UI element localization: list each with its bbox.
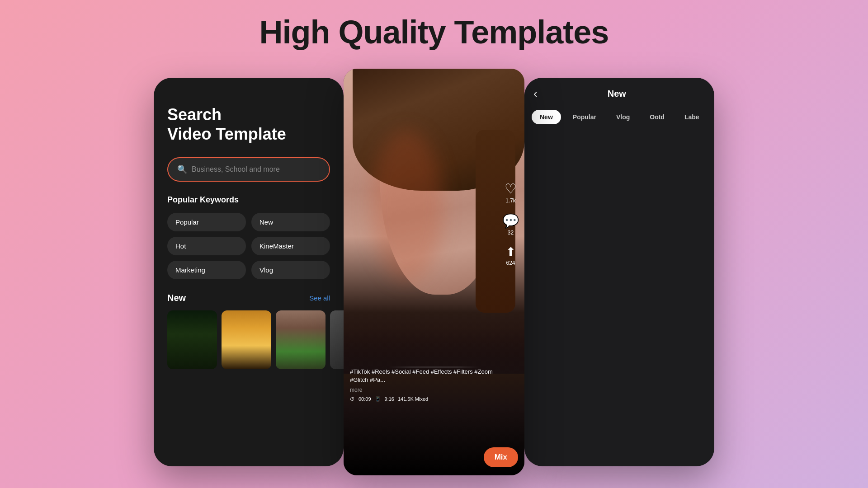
phone-video: #TikTok #Reels #Social #Feed #Effects #F…	[344, 69, 524, 475]
video-person-area	[344, 69, 524, 374]
heart-icon: ♡	[505, 181, 517, 197]
phone1-content: SearchVideo Template 🔍 Business, School …	[154, 78, 344, 383]
keyword-hot[interactable]: Hot	[167, 237, 246, 255]
phones-container: SearchVideo Template 🔍 Business, School …	[0, 69, 868, 475]
tab-new[interactable]: New	[532, 110, 561, 124]
thumb-4[interactable]	[330, 310, 344, 369]
mix-button[interactable]: Mix	[484, 447, 518, 467]
clock-icon: ⏱	[350, 396, 355, 402]
thumb-1[interactable]	[167, 310, 217, 369]
share-action[interactable]: ⬆ 624	[506, 245, 516, 266]
popular-keywords-label: Popular Keywords	[167, 195, 330, 205]
tab-vlog[interactable]: Vlog	[608, 110, 638, 124]
keyword-grid: Popular New Hot KineMaster Marketing Vlo…	[167, 213, 330, 279]
thumb-3[interactable]	[276, 310, 326, 369]
phone-gallery: ‹ New New Popular Vlog Ootd Labe	[524, 78, 714, 466]
share-count: 624	[506, 260, 515, 266]
keyword-new[interactable]: New	[251, 213, 330, 231]
video-aspect: 9:16	[385, 396, 394, 402]
phone3-title: New	[542, 89, 692, 99]
thumbnail-row	[167, 310, 330, 369]
comment-count: 32	[508, 230, 514, 236]
search-title: SearchVideo Template	[167, 105, 330, 144]
keyword-marketing[interactable]: Marketing	[167, 261, 246, 279]
like-count: 1.7k	[505, 197, 516, 204]
see-all-link[interactable]: See all	[309, 294, 330, 302]
search-icon: 🔍	[177, 164, 187, 174]
search-box[interactable]: 🔍 Business, School and more	[167, 157, 330, 182]
like-action[interactable]: ♡ 1.7k	[505, 181, 517, 204]
tab-bar: New Popular Vlog Ootd Labe	[524, 105, 714, 129]
new-section-title: New	[167, 293, 186, 303]
hashtags-text: #TikTok #Reels #Social #Feed #Effects #F…	[350, 368, 493, 384]
tab-ootd[interactable]: Ootd	[642, 110, 673, 124]
phone-icon: 📱	[375, 396, 381, 402]
video-duration: 00:09	[359, 396, 371, 402]
video-size: 141.5K Mixed	[398, 396, 428, 402]
share-icon: ⬆	[506, 245, 516, 259]
keyword-popular[interactable]: Popular	[167, 213, 246, 231]
phone-search: SearchVideo Template 🔍 Business, School …	[154, 78, 344, 466]
phone3-header: ‹ New	[524, 78, 714, 105]
new-section-header: New See all	[167, 293, 330, 303]
comment-action[interactable]: 💬 32	[502, 213, 519, 236]
tab-labe[interactable]: Labe	[676, 110, 708, 124]
comment-icon: 💬	[502, 213, 519, 229]
video-actions: ♡ 1.7k 💬 32 ⬆ 624	[502, 181, 519, 266]
thumb-2[interactable]	[222, 310, 271, 369]
tab-popular[interactable]: Popular	[565, 110, 604, 124]
keyword-kinemaster[interactable]: KineMaster	[251, 237, 330, 255]
phone2-content: #TikTok #Reels #Social #Feed #Effects #F…	[344, 69, 524, 475]
back-arrow-icon[interactable]: ‹	[533, 87, 538, 101]
page-title: High Quality Templates	[259, 14, 609, 51]
more-text: more	[350, 387, 493, 393]
search-placeholder-text: Business, School and more	[192, 165, 280, 174]
keyword-vlog[interactable]: Vlog	[251, 261, 330, 279]
